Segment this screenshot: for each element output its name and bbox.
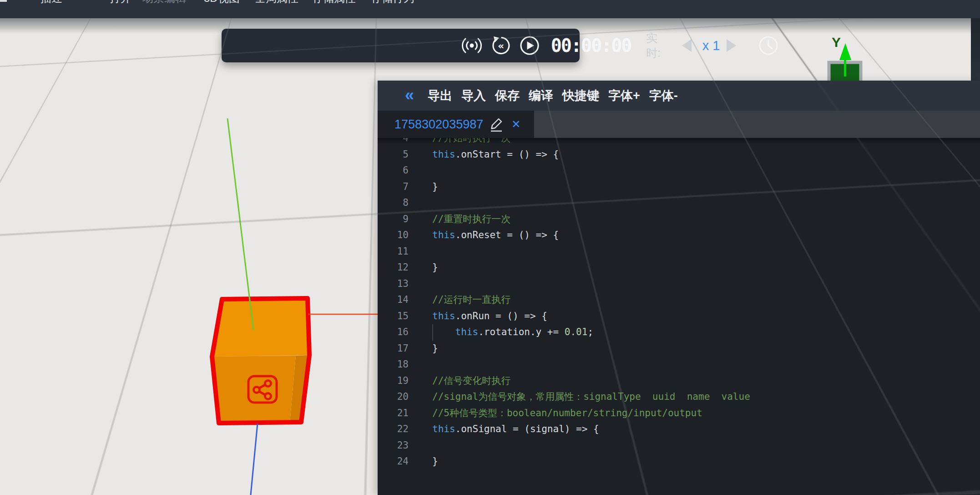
- play-icon[interactable]: [519, 35, 540, 56]
- code-line[interactable]: 20//signal为信号对象，常用属性：signalType uuid nam…: [378, 389, 980, 405]
- realtime-label: 实时:: [646, 31, 661, 61]
- code-text: this.onRun = () => {: [432, 308, 547, 325]
- line-number: 7: [378, 179, 409, 195]
- line-number: 13: [378, 276, 409, 292]
- editor-menu-item[interactable]: 导入: [461, 87, 486, 104]
- line-number: 14: [378, 292, 409, 308]
- code-text: }: [432, 179, 438, 195]
- code-line[interactable]: 18: [378, 357, 980, 373]
- line-number: 24: [378, 454, 409, 470]
- rename-icon[interactable]: [490, 117, 503, 133]
- code-line[interactable]: 14//运行时一直执行: [378, 292, 980, 308]
- speed-down-arrow[interactable]: [682, 39, 692, 52]
- editor-menu-item[interactable]: 字体+: [608, 87, 640, 104]
- code-line[interactable]: 5this.onStart = () => {: [378, 147, 980, 163]
- script-tab[interactable]: 1758302035987 ✕: [378, 111, 534, 138]
- line-number: 4: [378, 138, 409, 147]
- code-line[interactable]: 23: [378, 438, 980, 454]
- speed-up-arrow[interactable]: [727, 39, 736, 52]
- code-line[interactable]: 19//信号变化时执行: [378, 373, 980, 389]
- collapse-panel-icon[interactable]: «: [405, 85, 414, 105]
- top-menu-bar: 描述打开场景编辑3D视图全局属性存储属性存储行为: [0, 0, 980, 18]
- editor-menu-item[interactable]: 导出: [428, 87, 452, 104]
- code-line[interactable]: 21//5种信号类型：boolean/number/string/input/o…: [378, 405, 980, 422]
- line-number: 18: [378, 357, 409, 373]
- right-panel-edge[interactable]: [971, 18, 980, 81]
- line-number: 6: [378, 163, 409, 179]
- code-line[interactable]: 8: [378, 195, 980, 211]
- code-line[interactable]: 11: [378, 244, 980, 260]
- reset-icon[interactable]: «: [490, 35, 511, 56]
- code-line[interactable]: 12}: [378, 260, 980, 276]
- line-number: 19: [378, 373, 409, 389]
- editor-menu-bar: « 导出导入保存编译快捷键字体+字体-: [378, 81, 980, 111]
- code-line[interactable]: 15this.onRun = () => {: [378, 308, 980, 325]
- editor-tab-bar: 1758302035987 ✕: [378, 111, 980, 138]
- code-line[interactable]: 10this.onReset = () => {: [378, 227, 980, 244]
- line-number: 8: [378, 195, 409, 211]
- editor-menu-item[interactable]: 字体-: [649, 87, 678, 104]
- top-menu-item[interactable]: 3D视图: [204, 0, 240, 4]
- line-number: 12: [378, 260, 409, 276]
- code-line[interactable]: 9//重置时执行一次: [378, 211, 980, 228]
- editor-menu-item[interactable]: 快捷键: [562, 87, 599, 104]
- code-line[interactable]: 4//开始时执行一次: [378, 138, 980, 147]
- code-line[interactable]: 6: [378, 163, 980, 179]
- code-text: this.rotation.y += 0.01;: [432, 324, 593, 341]
- top-menu-item[interactable]: 存储属性: [312, 0, 356, 4]
- code-text: this.onReset = () => {: [432, 227, 559, 244]
- svg-text:«: «: [498, 40, 504, 51]
- code-text: //signal为信号对象，常用属性：signalType uuid name …: [432, 389, 750, 405]
- line-number: 21: [378, 405, 409, 422]
- top-menu-item[interactable]: 全局属性: [255, 0, 298, 4]
- code-text: //运行时一直执行: [432, 292, 510, 308]
- line-number: 16: [378, 324, 409, 341]
- line-number: 22: [378, 421, 409, 438]
- editor-menu-item[interactable]: 编译: [529, 87, 553, 104]
- code-editor-panel: « 导出导入保存编译快捷键字体+字体- 1758302035987 ✕ 4//开…: [378, 81, 980, 495]
- line-number: 15: [378, 308, 409, 325]
- top-menu-item[interactable]: 打开: [110, 0, 131, 4]
- code-text: //信号变化时执行: [432, 373, 510, 389]
- record-signal-icon[interactable]: [461, 35, 482, 56]
- line-number: 11: [378, 244, 409, 260]
- clock-icon[interactable]: [758, 35, 779, 56]
- code-line[interactable]: 24}: [378, 454, 980, 470]
- code-text: //开始时执行一次: [432, 138, 510, 147]
- playback-toolbar: « 00:00:00 实时: x 1: [222, 29, 580, 62]
- code-text: this.onSignal = (signal) => {: [432, 421, 599, 438]
- top-menu-item[interactable]: 存储行为: [371, 0, 414, 4]
- code-line[interactable]: 16 this.rotation.y += 0.01;: [378, 324, 980, 341]
- app-logo-icon[interactable]: [0, 0, 7, 2]
- line-number: 9: [378, 211, 409, 228]
- top-menu-item[interactable]: 描述: [40, 0, 62, 4]
- tab-close-icon[interactable]: ✕: [511, 118, 520, 131]
- line-number: 23: [378, 438, 409, 454]
- code-text: }: [432, 454, 438, 470]
- script-tab-title: 1758302035987: [394, 117, 483, 132]
- editor-menu-item[interactable]: 保存: [495, 87, 520, 104]
- code-line[interactable]: 17}: [378, 341, 980, 357]
- code-text: this.onStart = () => {: [432, 147, 559, 163]
- code-line[interactable]: 22this.onSignal = (signal) => {: [378, 421, 980, 438]
- code-text: }: [432, 260, 438, 276]
- code-line[interactable]: 7}: [378, 179, 980, 195]
- code-editor-content[interactable]: 4//开始时执行一次5this.onStart = () => {67}89//…: [378, 138, 980, 495]
- code-text: //5种信号类型：boolean/number/string/input/out…: [432, 405, 702, 422]
- code-text: //重置时执行一次: [432, 211, 510, 228]
- line-number: 20: [378, 389, 409, 405]
- line-number: 10: [378, 227, 409, 244]
- speed-value[interactable]: x 1: [699, 38, 723, 53]
- line-number: 17: [378, 341, 409, 357]
- code-text: }: [432, 341, 438, 357]
- line-number: 5: [378, 147, 409, 163]
- code-line[interactable]: 13: [378, 276, 980, 292]
- top-menu-item[interactable]: 场景编辑: [142, 0, 186, 4]
- timer-display: 00:00:00: [550, 35, 632, 56]
